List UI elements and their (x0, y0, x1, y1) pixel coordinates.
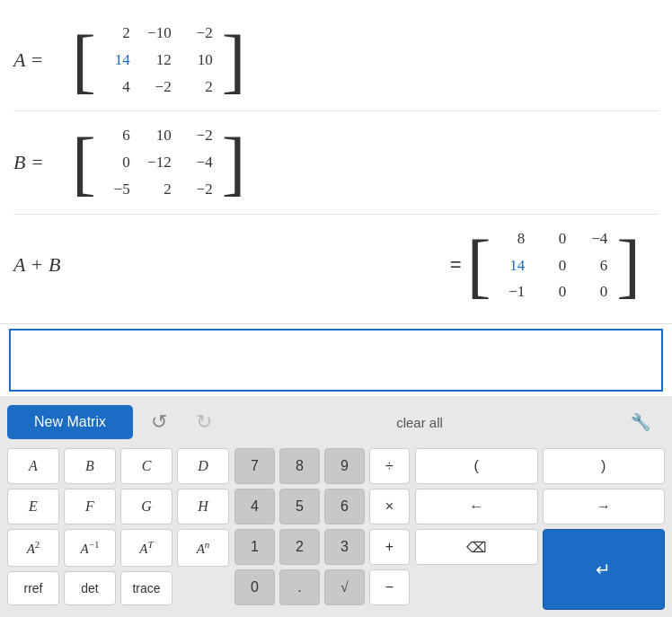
left-key-section: A B C D E F G H A2 A−1 AT An rref (7, 448, 229, 610)
cell-a-20: 4 (105, 74, 130, 101)
cell-b-02: −2 (188, 122, 213, 149)
matrix-b-right-bracket: ] (222, 127, 246, 198)
matrix-a-container: [ 2 −10 −2 14 12 10 4 −2 2 ] (72, 16, 245, 103)
key-backspace[interactable]: ⌫ (415, 529, 538, 565)
right-row-2: ← → (415, 489, 665, 524)
key-A-n[interactable]: An (177, 529, 229, 567)
cell-b-10: 0 (105, 149, 130, 176)
result-cells: 8 0 −4 14 0 6 −1 0 0 (492, 222, 615, 309)
numpad-row-4: 0 . √ − (234, 569, 410, 605)
key-9[interactable]: 9 (324, 448, 365, 484)
result-equals: = (450, 253, 462, 277)
numpad-section: 7 8 9 ÷ 4 5 6 × 1 2 3 + 0 . √ − (234, 448, 410, 610)
cell-a-11: 12 (146, 47, 172, 74)
key-sqrt[interactable]: √ (324, 569, 365, 605)
key-A-transpose[interactable]: AT (120, 529, 172, 567)
result-left-bracket: [ (467, 229, 491, 301)
cell-r-01: 0 (541, 225, 566, 252)
result-row: A + B = [ 8 0 −4 14 0 6 −1 0 0 ] (13, 215, 659, 316)
key-dot[interactable]: . (279, 569, 320, 605)
new-matrix-button[interactable]: New Matrix (7, 405, 133, 439)
cell-b-22: −2 (188, 176, 213, 203)
key-row-abcd: A B C D (7, 448, 229, 484)
matrix-b-cells: 6 10 −2 0 −12 −4 −5 2 −2 (98, 119, 220, 206)
redo-button[interactable]: ↻ (185, 403, 223, 441)
key-rref[interactable]: rref (7, 571, 59, 605)
cell-r-11: 0 (541, 252, 566, 279)
key-H[interactable]: H (177, 489, 229, 524)
matrix-b-label: B = (13, 151, 67, 174)
cell-b-20: −5 (105, 176, 130, 203)
key-8[interactable]: 8 (279, 448, 320, 484)
key-left-paren[interactable]: ( (415, 448, 538, 484)
key-5[interactable]: 5 (279, 489, 320, 524)
cell-a-12: 10 (188, 47, 213, 74)
clear-all-button[interactable]: clear all (349, 408, 491, 437)
undo-button[interactable]: ↺ (140, 403, 178, 441)
key-G[interactable]: G (120, 489, 172, 524)
result-matrix: = [ 8 0 −4 14 0 6 −1 0 0 ] (450, 222, 641, 309)
key-multiply[interactable]: × (369, 489, 410, 524)
matrix-a-row: A = [ 2 −10 −2 14 12 10 4 −2 2 ] (13, 9, 659, 111)
matrix-a-cells: 2 −10 −2 14 12 10 4 −2 2 (98, 16, 220, 103)
key-arrow-left[interactable]: ← (415, 489, 538, 524)
key-6[interactable]: 6 (324, 489, 365, 524)
key-det[interactable]: det (64, 571, 116, 605)
key-row-funcs: rref det trace (7, 571, 229, 605)
matrix-b-container: [ 6 10 −2 0 −12 −4 −5 2 −2 ] (72, 119, 245, 206)
matrix-b-left-bracket: [ (72, 127, 96, 198)
settings-button[interactable]: 🔧 (616, 405, 665, 439)
key-plus[interactable]: + (369, 529, 410, 565)
key-arrow-right[interactable]: → (543, 489, 666, 524)
key-D[interactable]: D (177, 448, 229, 484)
cell-b-12: −4 (188, 149, 213, 176)
key-B[interactable]: B (64, 448, 116, 484)
cell-b-21: 2 (146, 176, 172, 203)
right-row-3: ⌫ ↵ (415, 529, 665, 610)
key-4[interactable]: 4 (234, 489, 275, 524)
key-right-paren[interactable]: ) (543, 448, 666, 484)
key-enter[interactable]: ↵ (543, 529, 666, 610)
key-0[interactable]: 0 (234, 569, 275, 605)
key-minus[interactable]: − (369, 569, 410, 605)
result-expr-label: A + B (13, 253, 60, 277)
result-right-bracket: ] (616, 229, 641, 301)
key-E[interactable]: E (7, 489, 59, 524)
key-7[interactable]: 7 (234, 448, 275, 484)
key-C[interactable]: C (120, 448, 172, 484)
cell-r-21: 0 (541, 278, 566, 305)
keyboard: New Matrix ↺ ↻ clear all 🔧 A B C D E F G (0, 396, 672, 617)
matrix-a-left-bracket: [ (72, 24, 96, 96)
numpad-row-3: 1 2 3 + (234, 529, 410, 565)
cell-b-00: 6 (105, 122, 130, 149)
key-row-efgh: E F G H (7, 489, 229, 524)
input-area[interactable] (9, 329, 663, 392)
cell-a-22: 2 (188, 74, 213, 101)
matrix-b-row: B = [ 6 10 −2 0 −12 −4 −5 2 −2 ] (13, 111, 659, 214)
key-F[interactable]: F (64, 489, 116, 524)
key-2[interactable]: 2 (279, 529, 320, 565)
key-1[interactable]: 1 (234, 529, 275, 565)
cell-r-02: −4 (582, 225, 607, 252)
cell-r-00: 8 (500, 225, 525, 252)
key-3[interactable]: 3 (324, 529, 365, 565)
result-expr: A + B (13, 253, 60, 277)
matrix-a-right-bracket: ] (222, 24, 246, 96)
key-A-inverse[interactable]: A−1 (64, 529, 116, 567)
cell-a-21: −2 (146, 74, 172, 101)
math-display[interactable]: A = [ 2 −10 −2 14 12 10 4 −2 2 ] B = [ (0, 0, 672, 324)
right-row-1: ( ) (415, 448, 665, 484)
numpad-row-2: 4 5 6 × (234, 489, 410, 524)
wrench-icon: 🔧 (631, 413, 650, 431)
keyboard-top-row: New Matrix ↺ ↻ clear all 🔧 (7, 403, 665, 441)
cell-r-20: −1 (500, 278, 525, 305)
cell-r-10: 14 (500, 252, 525, 279)
key-divide[interactable]: ÷ (369, 448, 410, 484)
right-key-section: ( ) ← → ⌫ ↵ (415, 448, 665, 610)
key-A-squared[interactable]: A2 (7, 529, 59, 567)
cell-b-11: −12 (146, 149, 172, 176)
key-A[interactable]: A (7, 448, 59, 484)
key-trace[interactable]: trace (120, 571, 172, 605)
matrix-a-label: A = (13, 48, 67, 72)
cell-a-01: −10 (146, 20, 172, 47)
